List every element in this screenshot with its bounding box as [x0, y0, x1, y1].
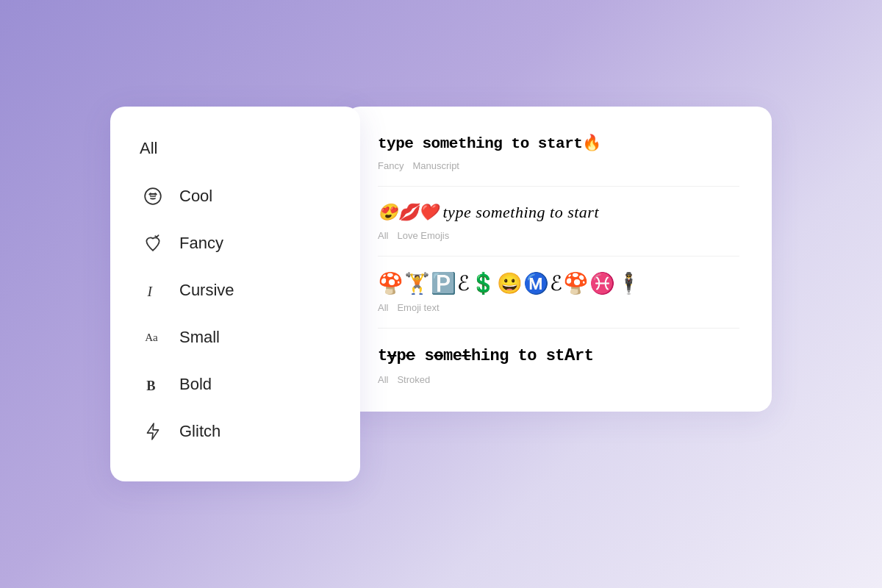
all-label: All [140, 139, 157, 157]
cursive-label: Cursive [179, 281, 234, 300]
menu-item-all[interactable]: All [140, 133, 331, 173]
small-label: Small [179, 328, 220, 347]
fancy-label: Fancy [179, 234, 223, 253]
tag-all-2: All [378, 230, 388, 241]
bold-label: Bold [179, 375, 212, 394]
small-icon: Aa [140, 324, 166, 351]
preview-emoji-text[interactable]: 🍄🏋️🅿️ℰ💲😀Ⓜ️ℰ🍄♓🕴️ All Emoji text [378, 257, 739, 329]
bold-icon: B [140, 371, 166, 398]
tag-fancy: Fancy [378, 160, 404, 171]
menu-item-fancy[interactable]: Fancy [140, 220, 331, 267]
preview-stroked[interactable]: type something to stArt All Stroked [378, 329, 739, 385]
preview-text-3: 🍄🏋️🅿️ℰ💲😀Ⓜ️ℰ🍄♓🕴️ [378, 271, 739, 296]
cool-label: Cool [179, 187, 212, 206]
fancy-icon [140, 230, 166, 257]
preview-tags-1: Fancy Manuscript [378, 160, 739, 171]
tag-stroked: Stroked [397, 374, 430, 385]
tag-love-emojis: Love Emojis [397, 230, 449, 241]
tag-all-4: All [378, 374, 388, 385]
preview-tags-3: All Emoji text [378, 302, 739, 313]
cool-icon [140, 183, 166, 209]
menu-item-glitch[interactable]: Glitch [140, 408, 331, 455]
svg-text:Aa: Aa [145, 331, 158, 343]
left-panel: All Cool [110, 107, 360, 481]
menu-item-bold[interactable]: B Bold [140, 361, 331, 408]
main-container: All Cool [110, 107, 772, 481]
svg-text:I: I [146, 284, 153, 299]
menu-item-small[interactable]: Aa Small [140, 314, 331, 361]
tag-all-3: All [378, 302, 388, 313]
menu-item-cool[interactable]: Cool [140, 173, 331, 220]
preview-tags-4: All Stroked [378, 374, 739, 385]
svg-text:B: B [146, 379, 155, 393]
preview-text-4: type something to stArt [378, 343, 739, 368]
preview-tags-2: All Love Emojis [378, 230, 739, 241]
glitch-icon [140, 418, 166, 445]
preview-love-emojis[interactable]: 😍💋❤️ type something to start All Love Em… [378, 187, 739, 257]
right-panel: type something to start🔥 Fancy Manuscrip… [345, 107, 772, 412]
glitch-label: Glitch [179, 422, 220, 441]
cursive-icon: I [140, 277, 166, 304]
preview-text-1: type something to start🔥 [378, 133, 739, 154]
menu-item-cursive[interactable]: I Cursive [140, 267, 331, 314]
preview-text-2: 😍💋❤️ type something to start [378, 201, 739, 224]
tag-manuscript: Manuscript [412, 160, 459, 171]
tag-emoji-text: Emoji text [397, 302, 439, 313]
preview-fancy-manuscript[interactable]: type something to start🔥 Fancy Manuscrip… [378, 133, 739, 187]
